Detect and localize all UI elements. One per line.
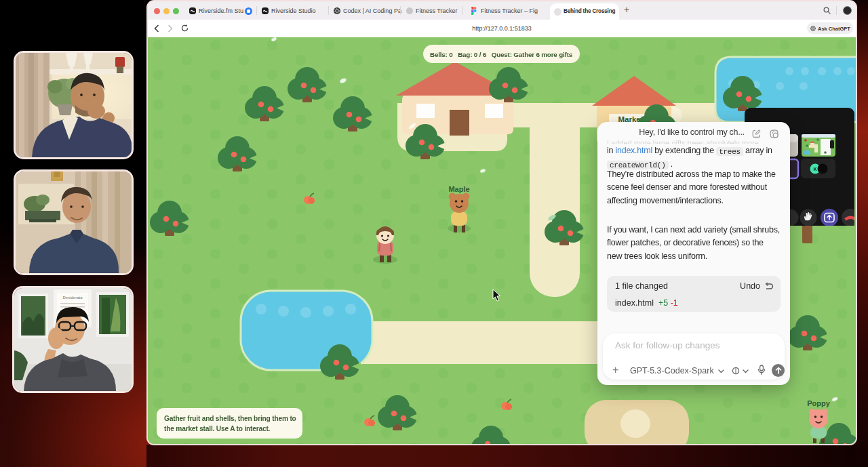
svg-text:Poppy: Poppy <box>807 399 830 407</box>
svg-text:Maple: Maple <box>448 185 469 193</box>
svg-text:the market stall. Use A to int: the market stall. Use A to interact. <box>164 425 271 432</box>
svg-text:K: K <box>813 167 816 171</box>
svg-text:Bells: 0 Bag: 0 / 6 Quest:: Bells: 0 Bag: 0 / 6 Quest: Gather 6 more… <box>430 51 573 58</box>
svg-text:Gather fruit and shells, then: Gather fruit and shells, then bring them… <box>164 415 296 422</box>
svg-text:Desiderata: Desiderata <box>62 296 83 300</box>
